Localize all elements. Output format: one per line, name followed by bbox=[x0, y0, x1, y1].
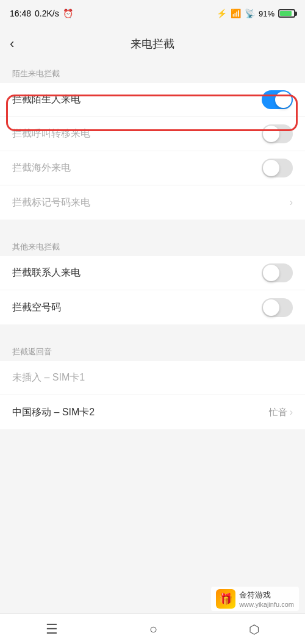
alarm-icon: ⏰ bbox=[63, 9, 73, 18]
group-other-calls: 拦截联系人来电 拦截空号码 bbox=[0, 256, 305, 324]
page-title: 来电拦截 bbox=[131, 37, 174, 51]
list-item: 拦截联系人来电 bbox=[0, 256, 305, 290]
group-spacer-2 bbox=[0, 324, 305, 339]
nav-recent-icon[interactable]: ⬡ bbox=[249, 622, 259, 637]
status-left: 16:48 0.2K/s ⏰ bbox=[10, 9, 73, 18]
nav-bar: ☰ ○ ⬡ bbox=[0, 614, 305, 644]
item-label-sim2: 中国移动 – SIM卡2 bbox=[12, 406, 95, 419]
status-time: 16:48 bbox=[10, 9, 31, 18]
item-label-sim1: 未插入 – SIM卡1 bbox=[12, 371, 85, 384]
section-label-stranger: 陌生来电拦截 bbox=[0, 61, 305, 83]
list-item: 拦截海外来电 bbox=[0, 151, 305, 185]
status-right: ⚡ 📶 📡 91% bbox=[217, 9, 295, 18]
sim2-value-container: 忙音 › bbox=[269, 407, 293, 418]
item-label-block-contacts: 拦截联系人来电 bbox=[12, 267, 81, 279]
signal-icon: 📶 bbox=[231, 9, 241, 18]
toggle-thumb bbox=[275, 91, 292, 108]
toggle-block-stranger[interactable] bbox=[262, 90, 293, 109]
back-button[interactable]: ‹ bbox=[10, 36, 14, 52]
chevron-right-icon: › bbox=[290, 407, 293, 418]
group-spacer-1 bbox=[0, 220, 305, 234]
nav-home-icon[interactable]: ○ bbox=[149, 621, 157, 637]
sim2-value: 忙音 bbox=[269, 407, 287, 418]
list-item: 拦截空号码 bbox=[0, 290, 305, 324]
item-label-block-empty: 拦截空号码 bbox=[12, 301, 61, 314]
toggle-block-forward[interactable] bbox=[262, 124, 293, 143]
item-label-block-forward: 拦截呼叫转移来电 bbox=[12, 127, 90, 140]
toggle-thumb bbox=[263, 299, 279, 316]
status-speed: 0.2K/s bbox=[35, 9, 59, 18]
bottom-spacer bbox=[0, 429, 305, 527]
watermark-logo: 🎁 bbox=[216, 589, 235, 609]
battery-icon bbox=[278, 9, 295, 18]
toggle-block-contacts[interactable] bbox=[262, 263, 293, 282]
nav-menu-icon[interactable]: ☰ bbox=[46, 621, 58, 637]
watermark-url: www.yikajinfu.com bbox=[239, 601, 294, 608]
toggle-thumb bbox=[263, 126, 279, 142]
content: 陌生来电拦截 拦截陌生人来电 拦截呼叫转移来电 拦截海外来电 拦截标记号码来电 … bbox=[0, 61, 305, 527]
toggle-thumb bbox=[263, 265, 279, 281]
watermark-text-container: 金符游戏 www.yikajinfu.com bbox=[239, 590, 294, 608]
list-item[interactable]: 拦截标记号码来电 › bbox=[0, 185, 305, 220]
toggle-block-empty[interactable] bbox=[262, 298, 293, 317]
list-item[interactable]: 中国移动 – SIM卡2 忙音 › bbox=[0, 395, 305, 429]
list-item: 拦截陌生人来电 bbox=[0, 83, 305, 117]
group-stranger-calls: 拦截陌生人来电 拦截呼叫转移来电 拦截海外来电 拦截标记号码来电 › bbox=[0, 83, 305, 220]
list-item: 未插入 – SIM卡1 bbox=[0, 361, 305, 395]
watermark-brand: 金符游戏 bbox=[239, 590, 294, 601]
watermark: 🎁 金符游戏 www.yikajinfu.com bbox=[211, 587, 299, 611]
item-label-block-stranger: 拦截陌生人来电 bbox=[12, 93, 81, 106]
section-label-other: 其他来电拦截 bbox=[0, 234, 305, 256]
watermark-icon: 🎁 bbox=[219, 592, 232, 606]
battery-level: 91% bbox=[259, 9, 274, 18]
group-echo-calls: 未插入 – SIM卡1 中国移动 – SIM卡2 忙音 › bbox=[0, 361, 305, 429]
section-label-echo: 拦截返回音 bbox=[0, 339, 305, 361]
bluetooth-icon: ⚡ bbox=[217, 9, 227, 18]
chevron-right-icon: › bbox=[290, 197, 293, 208]
wifi-icon: 📡 bbox=[245, 9, 255, 18]
status-bar: 16:48 0.2K/s ⏰ ⚡ 📶 📡 91% bbox=[0, 0, 305, 27]
toggle-block-overseas[interactable] bbox=[262, 159, 293, 177]
header: ‹ 来电拦截 bbox=[0, 27, 305, 61]
item-label-block-marked: 拦截标记号码来电 bbox=[12, 196, 90, 209]
list-item: 拦截呼叫转移来电 bbox=[0, 117, 305, 151]
item-label-block-overseas: 拦截海外来电 bbox=[12, 162, 71, 174]
toggle-thumb bbox=[263, 160, 279, 176]
